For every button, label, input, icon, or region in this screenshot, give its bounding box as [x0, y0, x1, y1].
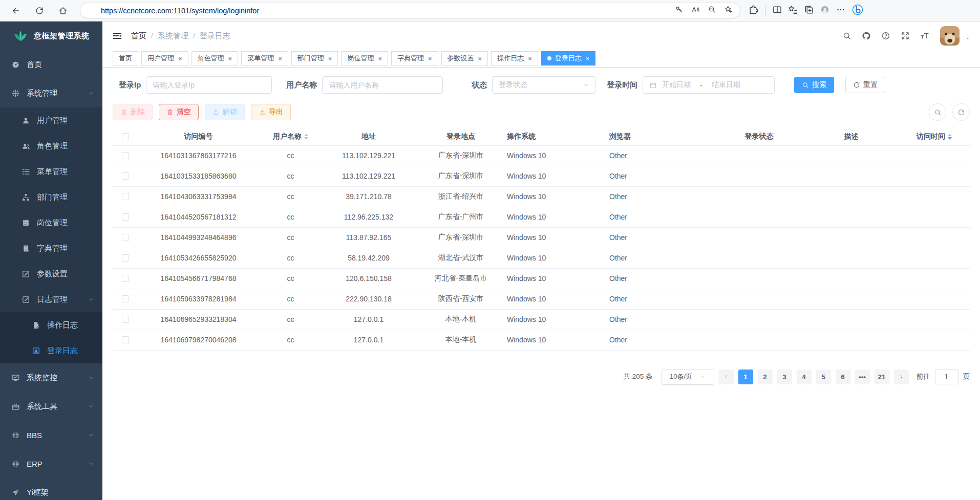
github-button[interactable]	[858, 28, 875, 44]
help-button[interactable]	[878, 28, 894, 44]
export-button[interactable]: 导出	[251, 104, 291, 120]
clear-button[interactable]: 清空	[159, 104, 199, 120]
sidebar-collapse-icon[interactable]	[112, 30, 123, 41]
sidebar-item-login-log[interactable]: 登录日志	[0, 338, 102, 363]
close-tab-icon[interactable]: ×	[428, 55, 432, 62]
row-checkbox[interactable]	[122, 254, 129, 262]
tab-menu-mgmt[interactable]: 菜单管理×	[241, 51, 288, 66]
copilot-button[interactable]	[851, 4, 864, 18]
row-checkbox[interactable]	[122, 275, 129, 282]
home-button[interactable]	[54, 2, 72, 19]
sidebar-item-post-mgmt[interactable]: 岗位管理	[0, 210, 102, 235]
row-checkbox[interactable]	[122, 234, 129, 241]
fullscreen-button[interactable]	[897, 28, 913, 44]
close-tab-icon[interactable]: ×	[228, 55, 232, 62]
sidebar-item-system-mgmt[interactable]: 系统管理	[0, 79, 102, 107]
favorites-bar-button[interactable]	[788, 5, 798, 17]
split-screen-button[interactable]	[772, 5, 782, 17]
close-tab-icon[interactable]: ×	[528, 55, 532, 62]
close-tab-icon[interactable]: ×	[278, 55, 282, 62]
avatar-caret-icon[interactable]	[965, 35, 971, 41]
user-avatar[interactable]	[940, 26, 960, 46]
row-checkbox[interactable]	[122, 336, 129, 343]
sidebar-item-system-monitor[interactable]: 系统监控	[0, 363, 102, 392]
row-checkbox[interactable]	[122, 193, 129, 200]
row-checkbox[interactable]	[122, 152, 129, 159]
prev-page-button[interactable]	[719, 369, 734, 384]
column-header-user[interactable]: 用户名称	[259, 128, 323, 145]
delete-button[interactable]: 删除	[113, 104, 153, 120]
tab-role-mgmt[interactable]: 角色管理×	[191, 51, 239, 66]
search-button[interactable]	[839, 28, 855, 44]
goto-page-input[interactable]	[935, 369, 958, 384]
tab-operation-log[interactable]: 操作日志×	[491, 51, 538, 66]
tab-dept-mgmt[interactable]: 部门管理×	[291, 51, 338, 66]
close-tab-icon[interactable]: ×	[478, 55, 482, 62]
sidebar-item-user-mgmt[interactable]: 用户管理	[0, 107, 102, 133]
close-tab-icon[interactable]: ×	[178, 55, 182, 62]
login-time-range-picker[interactable]: 开始日期 - 结束日期	[643, 76, 775, 94]
next-page-button[interactable]	[894, 369, 909, 384]
font-size-button[interactable]	[917, 28, 933, 44]
sidebar-item-dict-mgmt[interactable]: 字典管理	[0, 235, 102, 261]
page-button-21[interactable]: 21	[875, 369, 889, 384]
favorites-add-button[interactable]	[724, 5, 733, 16]
more-button[interactable]	[836, 5, 846, 17]
collections-button[interactable]	[804, 5, 814, 17]
sort-carets-icon[interactable]	[948, 134, 952, 140]
toggle-search-button[interactable]	[929, 103, 946, 121]
username-input[interactable]	[322, 76, 443, 94]
row-checkbox[interactable]	[122, 295, 129, 302]
sidebar-item-erp[interactable]: ERP	[0, 449, 102, 478]
tab-home[interactable]: 首页	[113, 51, 138, 66]
page-button-1[interactable]: 1	[738, 369, 753, 384]
sidebar-item-system-tools[interactable]: 系统工具	[0, 392, 102, 421]
read-aloud-button[interactable]	[691, 5, 700, 16]
page-size-select[interactable]: 10条/页	[662, 369, 714, 385]
row-checkbox[interactable]	[122, 316, 129, 323]
sidebar-item-operation-log[interactable]: 操作日志	[0, 312, 102, 338]
refresh-table-button[interactable]	[952, 103, 970, 121]
search-button[interactable]: 搜索	[794, 77, 834, 93]
tab-post-mgmt[interactable]: 岗位管理×	[341, 51, 388, 66]
refresh-button[interactable]	[31, 2, 48, 19]
tab-param-settings[interactable]: 参数设置×	[441, 51, 488, 66]
sort-carets-icon[interactable]	[304, 134, 308, 140]
login-ip-input[interactable]	[146, 76, 272, 94]
address-bar[interactable]: https://ccnetcore.com:1101/system/log/lo…	[80, 3, 740, 18]
sidebar-item-role-mgmt[interactable]: 角色管理	[0, 133, 102, 159]
page-button-3[interactable]: 3	[777, 369, 792, 384]
row-checkbox[interactable]	[122, 213, 129, 221]
close-tab-icon[interactable]: ×	[586, 55, 590, 62]
sidebar-item-bbs[interactable]: BBS	[0, 421, 102, 449]
more-pages-button[interactable]: •••	[855, 369, 870, 384]
sidebar-item-log-mgmt[interactable]: 日志管理	[0, 287, 102, 312]
page-button-4[interactable]: 4	[797, 369, 812, 384]
sidebar-item-menu-mgmt[interactable]: 菜单管理	[0, 159, 102, 184]
close-tab-icon[interactable]: ×	[378, 55, 382, 62]
page-button-2[interactable]: 2	[758, 369, 773, 384]
sidebar-item-yi-framework[interactable]: Yi框架	[0, 478, 102, 500]
close-tab-icon[interactable]: ×	[328, 55, 332, 62]
zoom-out-button[interactable]	[708, 5, 716, 16]
sidebar-item-dept-mgmt[interactable]: 部门管理	[0, 184, 102, 210]
page-button-5[interactable]: 5	[816, 369, 831, 384]
key-button[interactable]	[675, 5, 684, 16]
reset-button[interactable]: 重置	[845, 77, 885, 93]
back-button[interactable]	[7, 2, 25, 19]
profile-button[interactable]	[820, 5, 830, 17]
column-header-time[interactable]: 访问时间	[899, 128, 970, 145]
row-checkbox[interactable]	[122, 172, 129, 180]
tab-user-mgmt[interactable]: 用户管理×	[141, 51, 188, 66]
breadcrumb-item[interactable]: 首页	[131, 31, 146, 41]
extensions-button[interactable]	[748, 5, 758, 17]
app-logo[interactable]: 意框架管理系统	[0, 21, 102, 50]
select-all-checkbox[interactable]	[122, 133, 129, 140]
tab-dict-mgmt[interactable]: 字典管理×	[391, 51, 438, 66]
page-button-6[interactable]: 6	[836, 369, 850, 384]
status-select[interactable]: 登录状态	[492, 76, 595, 94]
unlock-button[interactable]: 解锁	[205, 104, 245, 120]
sidebar-item-home[interactable]: 首页	[0, 50, 102, 79]
tab-login-log[interactable]: 登录日志×	[541, 51, 596, 66]
url-text[interactable]: https://ccnetcore.com:1101/system/log/lo…	[101, 7, 670, 15]
